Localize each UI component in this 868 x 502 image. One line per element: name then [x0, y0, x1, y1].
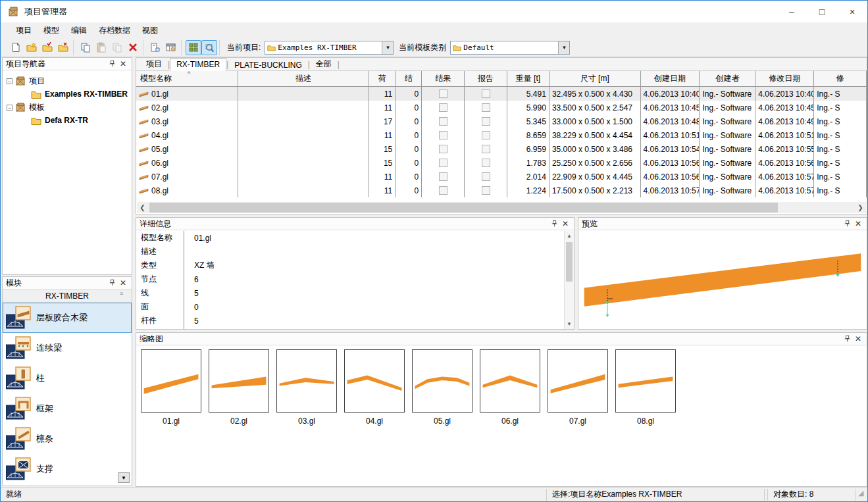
pin-icon[interactable]: [107, 59, 118, 69]
cell-report[interactable]: [465, 184, 507, 197]
thumbnail-item[interactable]: 02.gl: [209, 349, 269, 426]
view-details-button[interactable]: [201, 40, 217, 55]
cell-report[interactable]: [465, 142, 507, 156]
module-item-continuous[interactable]: 连续梁: [3, 333, 132, 363]
minimize-button[interactable]: –: [777, 1, 807, 22]
close-panel-icon[interactable]: ✕: [853, 334, 863, 344]
column-header-name[interactable]: 模型名称^: [136, 71, 238, 86]
table-row[interactable]: 01.gl1105.49132.495 x 0.500 x 4.4304.06.…: [136, 87, 867, 101]
table-row[interactable]: 02.gl1105.99033.500 x 0.500 x 2.5474.06.…: [136, 101, 867, 114]
scrollbar-thumb[interactable]: [149, 203, 778, 213]
thumbnail-item[interactable]: 06.gl: [480, 349, 540, 426]
checkbox-unchecked[interactable]: [439, 117, 447, 126]
module-item-glulam[interactable]: 层板胶合木梁: [3, 303, 132, 333]
checkbox-unchecked[interactable]: [439, 103, 447, 112]
duplicate-button[interactable]: [109, 40, 125, 55]
thumbnail-image[interactable]: [276, 349, 337, 413]
maximize-button[interactable]: □: [807, 1, 837, 22]
thumbnail-image[interactable]: [480, 349, 540, 413]
scroll-right-icon[interactable]: ❯: [855, 202, 866, 213]
column-header-modifier[interactable]: 修: [814, 71, 867, 86]
thumbnail-item[interactable]: 08.gl: [615, 349, 676, 426]
cell-results[interactable]: [422, 87, 465, 101]
tree-item[interactable]: Examples RX-TIMBER: [3, 88, 132, 101]
horizontal-scrollbar[interactable]: ❮ ❯: [137, 202, 866, 213]
thumbnail-item[interactable]: 05.gl: [412, 349, 472, 426]
expander-icon[interactable]: –: [7, 78, 13, 84]
tab-rx-timber[interactable]: RX-TIMBER: [170, 58, 226, 71]
menu-item-5[interactable]: 视图: [136, 23, 164, 38]
cell-report[interactable]: [465, 87, 507, 101]
column-header-creator[interactable]: 创建者: [700, 71, 755, 86]
pin-icon[interactable]: [549, 219, 560, 229]
table-row[interactable]: 03.gl1705.34533.000 x 0.500 x 1.5004.06.…: [136, 114, 867, 128]
delete-button[interactable]: [125, 40, 141, 55]
import-model-button[interactable]: [147, 40, 163, 55]
tree-item[interactable]: –模板: [3, 101, 132, 114]
cell-results[interactable]: [422, 142, 465, 156]
column-header-created[interactable]: 创建日期: [641, 71, 700, 86]
thumbnail-item[interactable]: 03.gl: [276, 349, 337, 426]
cell-report[interactable]: [465, 114, 507, 128]
table-row[interactable]: 06.gl1501.78325.250 x 0.500 x 2.6564.06.…: [136, 156, 867, 170]
dropdown-arrow-icon[interactable]: ▼: [382, 41, 393, 54]
pin-icon[interactable]: [107, 278, 118, 288]
tab-项目[interactable]: 项目: [140, 57, 168, 71]
copy-button[interactable]: [78, 40, 93, 55]
thumbnail-image[interactable]: [209, 349, 269, 413]
cell-report[interactable]: [465, 101, 507, 114]
expander-icon[interactable]: –: [7, 105, 13, 111]
project-table-button[interactable]: [163, 40, 179, 55]
pin-icon[interactable]: [842, 334, 853, 344]
checkbox-unchecked[interactable]: [439, 89, 447, 98]
checkbox-unchecked[interactable]: [439, 159, 447, 167]
checkbox-unchecked[interactable]: [482, 89, 490, 98]
cell-report[interactable]: [465, 128, 507, 142]
checkbox-unchecked[interactable]: [439, 145, 447, 153]
close-panel-icon[interactable]: ✕: [118, 278, 128, 288]
menu-item-1[interactable]: 项目: [10, 23, 38, 38]
close-panel-icon[interactable]: ✕: [560, 219, 571, 229]
table-row[interactable]: 05.gl1506.95935.000 x 0.500 x 3.4864.06.…: [136, 142, 867, 156]
checkbox-unchecked[interactable]: [439, 172, 447, 181]
module-item-frame[interactable]: 框架: [3, 393, 132, 424]
column-header-loads[interactable]: 荷: [369, 71, 396, 86]
thumbnail-item[interactable]: 04.gl: [344, 349, 405, 426]
thumbnail-image[interactable]: [412, 349, 472, 413]
checkbox-unchecked[interactable]: [482, 159, 490, 167]
column-header-weight[interactable]: 重量 [t]: [507, 71, 549, 86]
checkbox-unchecked[interactable]: [482, 131, 490, 139]
cell-results[interactable]: [422, 170, 465, 184]
cell-report[interactable]: [465, 170, 507, 184]
column-header-modified[interactable]: 修改日期: [755, 71, 814, 86]
cell-results[interactable]: [422, 114, 465, 128]
tab-全部[interactable]: 全部: [310, 57, 338, 71]
cell-report[interactable]: [465, 156, 507, 170]
table-row[interactable]: 07.gl1102.01422.909 x 0.500 x 4.4454.06.…: [136, 170, 867, 184]
module-item-brace[interactable]: 支撑: [3, 454, 132, 484]
column-header-report[interactable]: 报告: [465, 71, 507, 86]
pin-icon[interactable]: [842, 219, 853, 229]
checkbox-unchecked[interactable]: [482, 172, 490, 181]
thumbnail-image[interactable]: [548, 349, 608, 413]
new-project-button[interactable]: [8, 40, 24, 55]
checkbox-unchecked[interactable]: [439, 186, 447, 195]
column-header-size[interactable]: 尺寸 [m]: [549, 71, 641, 86]
module-group-header[interactable]: RX-TIMBER ≡: [3, 289, 132, 303]
scroll-down-icon[interactable]: ▼: [565, 319, 574, 329]
close-button[interactable]: ×: [837, 1, 867, 22]
cell-results[interactable]: [422, 184, 465, 197]
details-scrollbar[interactable]: ▲ ▼: [564, 231, 574, 329]
table-row[interactable]: 08.gl1101.22417.500 x 0.500 x 2.2134.06.…: [136, 184, 867, 197]
tree-item[interactable]: –项目: [3, 74, 132, 88]
cell-results[interactable]: [422, 101, 465, 114]
template-category-combobox[interactable]: Default ▼: [450, 41, 570, 55]
resize-grip[interactable]: ◢: [858, 489, 867, 501]
close-panel-icon[interactable]: ✕: [118, 59, 128, 69]
scrollbar-thumb[interactable]: [566, 242, 573, 282]
tree-item[interactable]: Defa RX-TR: [3, 114, 132, 127]
archive-folder-button[interactable]: [55, 40, 71, 55]
thumbnail-image[interactable]: [344, 349, 405, 413]
table-row[interactable]: 04.gl1108.65938.229 x 0.500 x 4.4544.06.…: [136, 128, 867, 142]
checkbox-unchecked[interactable]: [439, 131, 447, 139]
